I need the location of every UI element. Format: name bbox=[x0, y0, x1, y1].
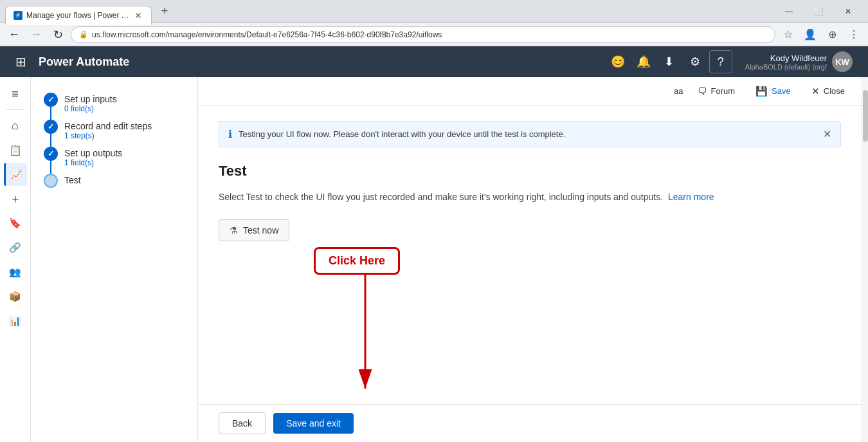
new-tab-button[interactable]: + bbox=[156, 3, 174, 21]
sidebar-home-button[interactable]: ⌂ bbox=[4, 114, 27, 137]
step-test-title: Test bbox=[64, 175, 81, 185]
window-maximize-button[interactable]: ⬜ bbox=[804, 0, 833, 23]
settings-button[interactable]: ⚙ bbox=[683, 50, 707, 73]
sidebar-templates-button[interactable]: 🔖 bbox=[4, 212, 27, 235]
step-record-subtitle[interactable]: 1 step(s) bbox=[64, 131, 152, 140]
nav-forward-button[interactable]: → bbox=[27, 26, 45, 44]
url-text: us.flow.microsoft.com/manage/environment… bbox=[92, 30, 442, 39]
sidebar-approvals-button[interactable]: 📋 bbox=[4, 138, 27, 161]
avatar: KW bbox=[832, 51, 853, 72]
learn-more-link[interactable]: Learn more bbox=[668, 192, 714, 202]
info-text: Testing your UI flow now. Please don't i… bbox=[239, 129, 817, 139]
forum-icon: 🗨 bbox=[698, 86, 707, 97]
step-record: ✓ Record and edit steps 1 step(s) bbox=[44, 120, 185, 147]
click-here-box: Click Here bbox=[314, 247, 400, 275]
test-flask-icon: ⚗ bbox=[230, 225, 238, 235]
address-bar-row: ← → ↻ 🔒 us.flow.microsoft.com/manage/env… bbox=[0, 23, 868, 46]
menu-button[interactable]: ⋮ bbox=[845, 26, 863, 44]
apps-icon-button[interactable]: ⊞ bbox=[10, 51, 31, 72]
info-icon: ℹ bbox=[228, 128, 232, 140]
step-inputs-circle: ✓ bbox=[44, 93, 58, 107]
sidebar-divider bbox=[6, 109, 25, 110]
scrollbar-thumb[interactable] bbox=[863, 90, 868, 142]
step-inputs-subtitle[interactable]: 0 field(s) bbox=[64, 104, 117, 113]
app-name: Power Automate bbox=[39, 55, 599, 69]
user-section[interactable]: Kody Wildfeuer AlphaBOLD (default) (orgf… bbox=[740, 49, 858, 75]
info-banner: ℹ Testing your UI flow now. Please don't… bbox=[219, 121, 841, 147]
step-test-circle bbox=[44, 174, 58, 188]
extensions-button[interactable]: ⊕ bbox=[823, 26, 841, 44]
content-toolbar: aa 🗨 Forum 💾 Save ✕ Close bbox=[198, 77, 862, 106]
nav-back-button[interactable]: ← bbox=[5, 26, 23, 44]
step-record-title: Record and edit steps bbox=[64, 121, 152, 131]
toolbar-close-button[interactable]: ✕ Close bbox=[805, 83, 851, 100]
annotation-overlay: Click Here bbox=[198, 106, 862, 404]
help-button[interactable]: ? bbox=[709, 50, 732, 73]
test-now-button[interactable]: ⚗ Test now bbox=[219, 219, 289, 241]
window-close-button[interactable]: ✕ bbox=[833, 0, 863, 23]
bookmark-button[interactable]: ☆ bbox=[779, 26, 797, 44]
test-heading: Test bbox=[219, 163, 841, 180]
save-exit-button[interactable]: Save and exit bbox=[273, 413, 354, 434]
toolbar-save-button[interactable]: 💾 Save bbox=[749, 83, 797, 100]
user-name: Kody Wildfeuer bbox=[745, 53, 827, 63]
back-button[interactable]: Back bbox=[219, 412, 266, 434]
content-panel: aa 🗨 Forum 💾 Save ✕ Close bbox=[198, 77, 862, 442]
step-inputs: ✓ Set up inputs 0 field(s) bbox=[44, 93, 185, 120]
download-button[interactable]: ⬇ bbox=[658, 50, 681, 73]
sidebar-connectors-button[interactable]: 🔗 bbox=[4, 236, 27, 259]
step-test: Test bbox=[44, 174, 185, 188]
address-bar[interactable]: 🔒 us.flow.microsoft.com/manage/environme… bbox=[71, 26, 775, 43]
browser-tab[interactable]: ⚡ Manage your flows | Power Auto... ✕ bbox=[5, 6, 152, 25]
tab-close-icon[interactable]: ✕ bbox=[133, 10, 143, 21]
step-inputs-title: Set up inputs bbox=[64, 94, 117, 104]
nav-refresh-button[interactable]: ↻ bbox=[49, 26, 67, 44]
sidebar-monitor-button[interactable]: 📊 bbox=[4, 309, 27, 333]
step-record-circle: ✓ bbox=[44, 120, 58, 134]
toolbar-aa-label: aa bbox=[674, 86, 683, 96]
test-description: Select Test to check the UI flow you jus… bbox=[219, 190, 841, 204]
step-outputs: ✓ Set up outputs 1 field(s) bbox=[44, 147, 185, 174]
info-close-icon[interactable]: ✕ bbox=[823, 128, 831, 140]
sidebar-create-button[interactable]: ＋ bbox=[4, 187, 27, 210]
main-area: ≡ ⌂ 📋 📈 ＋ 🔖 🔗 👥 📦 📊 ✓ Set up inputs bbox=[0, 77, 868, 442]
window-minimize-button[interactable]: — bbox=[774, 0, 804, 23]
profile-button[interactable]: 👤 bbox=[801, 26, 819, 44]
sidebar-menu-button[interactable]: ≡ bbox=[4, 82, 27, 106]
step-outputs-circle: ✓ bbox=[44, 147, 58, 161]
browser-chrome: ⚡ Manage your flows | Power Auto... ✕ + … bbox=[0, 0, 868, 23]
sidebar-flows-button[interactable]: 📈 bbox=[4, 163, 27, 186]
save-icon: 💾 bbox=[755, 86, 768, 97]
top-bar: ⊞ Power Automate 😊 🔔 ⬇ ⚙ ? Kody Wildfeue… bbox=[0, 46, 868, 77]
steps-panel: ✓ Set up inputs 0 field(s) ✓ Record and … bbox=[31, 77, 198, 442]
scrollbar-area[interactable] bbox=[862, 77, 868, 442]
feedback-button[interactable]: 😊 bbox=[606, 50, 629, 73]
toolbar-forum-button[interactable]: 🗨 Forum bbox=[691, 83, 742, 99]
step-outputs-title: Set up outputs bbox=[64, 148, 122, 158]
app-container: ⊞ Power Automate 😊 🔔 ⬇ ⚙ ? Kody Wildfeue… bbox=[0, 46, 868, 442]
user-org: AlphaBOLD (default) (orgf bbox=[745, 63, 827, 71]
bottom-actions: Back Save and exit bbox=[198, 404, 862, 442]
test-description-text: Select Test to check the UI flow you jus… bbox=[219, 192, 663, 202]
notifications-button[interactable]: 🔔 bbox=[632, 50, 655, 73]
close-icon: ✕ bbox=[811, 86, 820, 97]
step-outputs-subtitle[interactable]: 1 field(s) bbox=[64, 158, 122, 167]
test-now-label: Test now bbox=[243, 225, 278, 235]
content-body: ℹ Testing your UI flow now. Please don't… bbox=[198, 106, 862, 404]
sidebar-solutions-button[interactable]: 👥 bbox=[4, 261, 27, 284]
sidebar: ≡ ⌂ 📋 📈 ＋ 🔖 🔗 👥 📦 📊 bbox=[0, 77, 31, 442]
tab-title: Manage your flows | Power Auto... bbox=[26, 11, 129, 20]
tab-favicon: ⚡ bbox=[14, 11, 23, 20]
lock-icon: 🔒 bbox=[79, 30, 88, 39]
sidebar-data-button[interactable]: 📦 bbox=[4, 285, 27, 308]
